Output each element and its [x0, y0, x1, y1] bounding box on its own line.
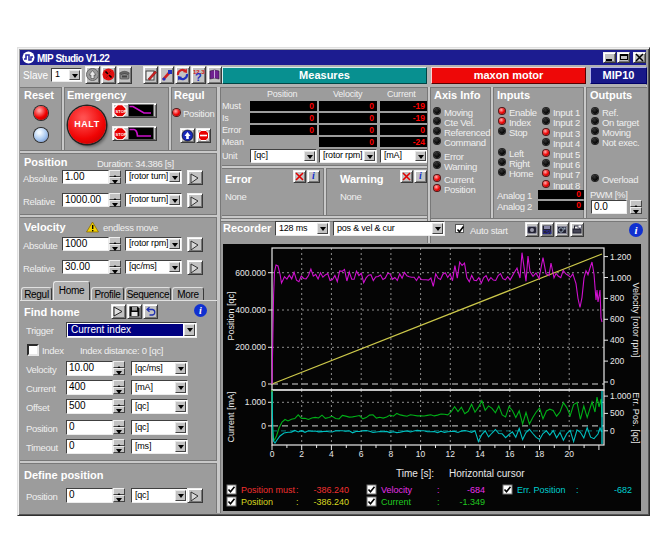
- svg-text:0: 0: [261, 421, 266, 431]
- svg-text:CSV: CSV: [543, 230, 552, 235]
- svg-text:Position must: Position must: [241, 485, 296, 495]
- svg-text:-386.240: -386.240: [313, 497, 349, 507]
- svg-text:500: 500: [610, 408, 624, 418]
- svg-text:STOP: STOP: [116, 132, 127, 137]
- svg-text::: :: [437, 485, 440, 495]
- svg-text:10: 10: [416, 449, 426, 459]
- svg-text:1.000: 1.000: [610, 273, 632, 283]
- svg-text::: :: [437, 497, 440, 507]
- svg-text:Err. Position: Err. Position: [517, 485, 566, 495]
- svg-text:6: 6: [359, 449, 364, 459]
- svg-text:Current [mA]: Current [mA]: [226, 391, 236, 442]
- svg-text:600: 600: [610, 314, 624, 324]
- svg-text:STOP: STOP: [116, 109, 127, 114]
- svg-text:2: 2: [299, 449, 304, 459]
- svg-text:?: ?: [195, 71, 202, 81]
- svg-text:16: 16: [505, 449, 515, 459]
- svg-text:8: 8: [389, 449, 394, 459]
- svg-text:0: 0: [261, 379, 266, 389]
- svg-text:14: 14: [475, 449, 485, 459]
- svg-text:Velocity [rotor rpm]: Velocity [rotor rpm]: [631, 282, 641, 357]
- svg-text:400: 400: [610, 335, 624, 345]
- svg-text:Err. Pos. [qc]: Err. Pos. [qc]: [631, 392, 641, 444]
- svg-text:-1.349: -1.349: [459, 497, 485, 507]
- svg-text:200: 200: [610, 356, 624, 366]
- svg-text:Velocity: Velocity: [381, 485, 413, 495]
- svg-text:200.000: 200.000: [235, 342, 266, 352]
- svg-text:Current: Current: [381, 497, 412, 507]
- svg-text:Time [s]:: Time [s]:: [396, 468, 434, 479]
- svg-text:1.200: 1.200: [610, 252, 632, 262]
- svg-text:1.000: 1.000: [610, 391, 632, 401]
- svg-text:600.000: 600.000: [235, 268, 266, 278]
- svg-text:400.000: 400.000: [235, 305, 266, 315]
- svg-text:20: 20: [564, 449, 574, 459]
- svg-text:Position [qc]: Position [qc]: [226, 291, 236, 340]
- svg-text::: :: [296, 485, 299, 495]
- svg-text:-682: -682: [614, 485, 632, 495]
- svg-text:1.000: 1.000: [245, 397, 267, 407]
- svg-text:0: 0: [270, 449, 275, 459]
- svg-text:-386.240: -386.240: [313, 485, 349, 495]
- svg-text:Horizontal cursor: Horizontal cursor: [449, 468, 525, 479]
- svg-text:4: 4: [329, 449, 334, 459]
- svg-text:-684: -684: [467, 485, 485, 495]
- svg-text:12: 12: [446, 449, 456, 459]
- svg-text::: :: [576, 485, 579, 495]
- svg-text:0: 0: [610, 377, 615, 387]
- svg-text:800: 800: [610, 293, 624, 303]
- svg-text::: :: [296, 497, 299, 507]
- svg-text:18: 18: [535, 449, 545, 459]
- svg-text:Position: Position: [241, 497, 273, 507]
- svg-text:0: 0: [610, 426, 615, 436]
